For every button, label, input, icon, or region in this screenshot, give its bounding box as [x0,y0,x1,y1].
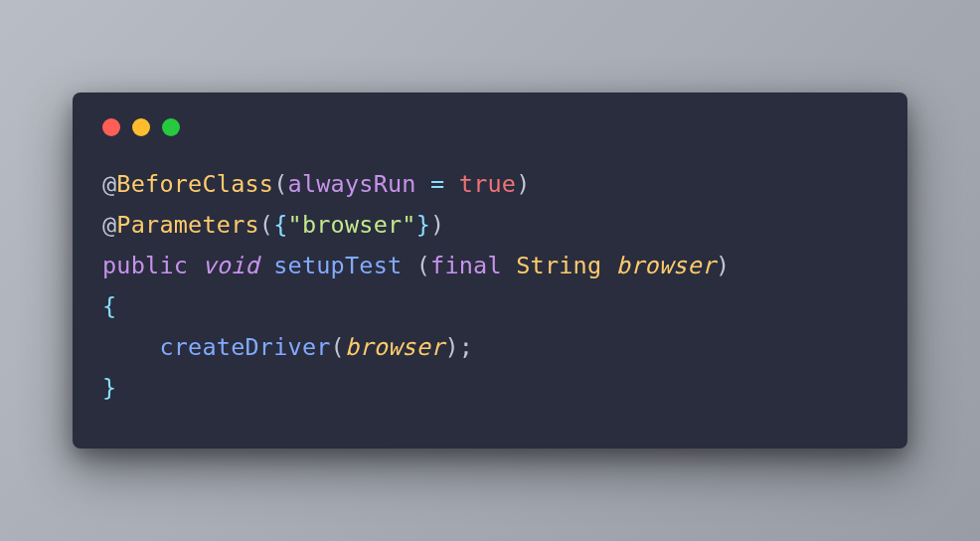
true-literal: true [459,170,516,198]
code-window: @BeforeClass(alwaysRun = true) @Paramete… [73,92,907,450]
string-literal: "browser" [288,211,416,239]
at-sign: @ [102,170,116,198]
paren-open: ( [416,252,430,279]
brace-close: } [416,211,430,239]
paren-open: ( [259,211,273,239]
method-call: createDriver [159,333,330,361]
keyword-void: void [202,252,258,279]
at-sign: @ [102,211,116,239]
space [601,252,615,279]
space [259,252,273,279]
space [416,170,430,198]
space [402,252,415,279]
param-name: alwaysRun [288,170,416,198]
semicolon: ; [459,333,473,361]
code-block: @BeforeClass(alwaysRun = true) @Paramete… [102,164,878,410]
keyword-final: final [430,252,502,279]
type-name: String [516,252,601,279]
paren-close: ) [444,333,458,361]
paren-open: ( [273,170,287,198]
minimize-icon[interactable] [132,118,150,136]
brace-open: { [273,211,287,239]
paren-close: ) [430,211,444,239]
paren-close: ) [516,170,530,198]
annotation-name: BeforeClass [116,170,273,198]
keyword-public: public [102,252,188,279]
paren-open: ( [331,333,345,361]
maximize-icon[interactable] [162,118,180,136]
window-controls [102,118,878,136]
space [188,252,202,279]
paren-close: ) [716,252,730,279]
method-name: setupTest [273,252,402,279]
space [502,252,516,279]
equals-op: = [430,170,444,198]
param-name: browser [616,252,716,279]
close-icon[interactable] [102,118,120,136]
indent [102,333,159,361]
arg-name: browser [345,333,444,361]
space [444,170,458,198]
brace-close: } [102,374,116,402]
annotation-name: Parameters [116,211,258,239]
brace-open: { [102,292,116,320]
